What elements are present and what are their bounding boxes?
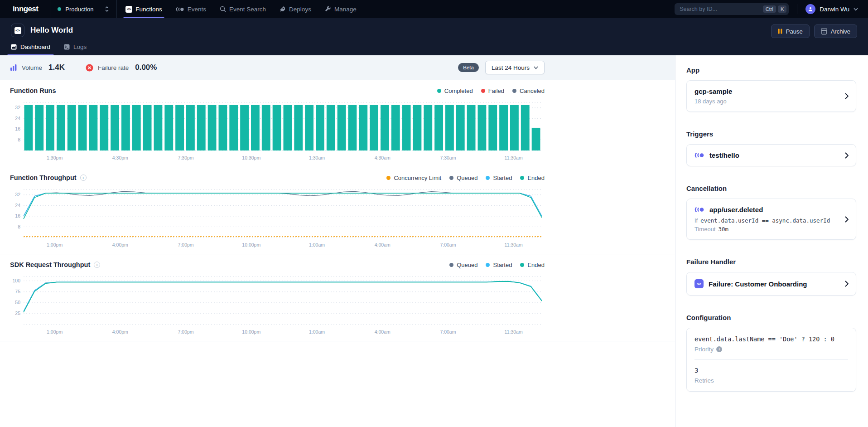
failure-rate-value: 0.00% (135, 63, 157, 72)
legend-label: Started (493, 262, 512, 268)
divider (694, 359, 848, 360)
environment-switcher[interactable]: Production (50, 0, 116, 18)
svg-text:11:30am: 11:30am (505, 155, 523, 160)
priority-expression: event.data.lastName == 'Doe' ? 120 : 0 (694, 335, 848, 343)
cancellation-section: Cancellation app/user.deleted If event.d… (686, 184, 856, 240)
cancellation-event-name: app/user.deleted (709, 206, 763, 214)
events-icon (176, 6, 184, 12)
failure-handler-card[interactable]: <> Failure: Customer Onboarding (686, 272, 856, 296)
cancellation-row: app/user.deleted (694, 206, 838, 214)
svg-text:32: 32 (15, 192, 20, 197)
function-title-row: <> Hello World (11, 24, 857, 37)
nav-tab-label: Deploys (289, 6, 311, 13)
legend-label: Started (493, 175, 512, 181)
function-tabs: Dashboard Logs (11, 44, 857, 55)
function-runs-section: Function Runs CompletedFailedCanceled 81… (0, 80, 675, 167)
failure-handler-row: <> Failure: Customer Onboarding (694, 279, 838, 288)
app-meta: 18 days ago (694, 98, 838, 105)
legend-dot (486, 176, 490, 180)
legend-dot (386, 176, 391, 180)
nav-tab-functions[interactable]: <> Functions (119, 0, 169, 18)
sdk-throughput-chart: 2550751001:00pm4:00pm7:00pm10:00pm1:00am… (10, 272, 545, 339)
svg-text:11:30am: 11:30am (505, 242, 523, 247)
stats-bar: Volume 1.4K Failure rate 0.00% Beta Last… (0, 55, 675, 80)
avatar (805, 4, 815, 14)
kbd-k: K (778, 5, 786, 13)
nav-tab-event-search[interactable]: Event Search (213, 0, 273, 18)
nav-tabs: <> Functions Events Event Search Deploys… (119, 0, 363, 18)
error-circle-icon (86, 64, 93, 72)
code-icon: <> (14, 27, 21, 34)
chevron-right-icon (845, 281, 849, 287)
svg-text:10:30pm: 10:30pm (242, 155, 260, 160)
priority-label: Priority (694, 346, 714, 353)
user-menu[interactable]: Darwin Wu (797, 4, 868, 14)
functions-icon: <> (125, 6, 132, 13)
legend-dot (449, 263, 453, 267)
failure-handler-heading: Failure Handler (686, 258, 856, 266)
app-card[interactable]: gcp-sample 18 days ago (686, 80, 856, 112)
wrench-icon (325, 6, 331, 12)
kbd-ctrl: Ctrl (763, 5, 776, 13)
failure-rate-label: Failure rate (98, 64, 129, 71)
tab-dashboard[interactable]: Dashboard (11, 44, 50, 55)
svg-text:7:30am: 7:30am (440, 155, 456, 160)
pause-button[interactable]: Pause (771, 24, 810, 38)
sdk-throughput-section: SDK Request Throughput i QueuedStartedEn… (0, 254, 675, 341)
failure-handler-name: Failure: Customer Onboarding (709, 280, 807, 288)
cancellation-card[interactable]: app/user.deleted If event.data.userId ==… (686, 199, 856, 240)
terminal-icon (64, 44, 70, 50)
info-icon[interactable]: i (716, 346, 722, 352)
legend-label: Concurrency Limit (394, 175, 441, 181)
trigger-card[interactable]: test/hello (686, 144, 856, 166)
section-head: Function Throughput i Concurrency LimitQ… (10, 174, 545, 181)
volume-value: 1.4K (48, 63, 65, 72)
svg-text:1:00am: 1:00am (309, 329, 325, 335)
legend-dot (520, 176, 524, 180)
tab-logs[interactable]: Logs (64, 44, 87, 55)
nav-tab-label: Events (188, 6, 206, 13)
svg-text:1:30pm: 1:30pm (47, 155, 63, 160)
svg-text:50: 50 (15, 300, 20, 305)
section-title: SDK Request Throughput (10, 261, 90, 268)
nav-tab-deploys[interactable]: Deploys (273, 0, 318, 18)
volume-label: Volume (22, 64, 42, 71)
nav-tab-events[interactable]: Events (169, 0, 213, 18)
failure-rate-stat: Failure rate 0.00% (86, 63, 157, 72)
global-search[interactable]: Ctrl K (675, 3, 789, 15)
app-section: App gcp-sample 18 days ago (686, 66, 856, 112)
retries-value: 3 (694, 367, 848, 374)
top-nav: inngest Production <> Functions Events E… (0, 0, 868, 18)
svg-text:4:00pm: 4:00pm (112, 329, 128, 335)
pause-icon (778, 29, 782, 34)
stats-bar-inner: Volume 1.4K Failure rate 0.00% Beta Last… (10, 61, 545, 74)
svg-text:7:00am: 7:00am (440, 329, 456, 335)
content: Volume 1.4K Failure rate 0.00% Beta Last… (0, 55, 868, 427)
svg-text:4:00pm: 4:00pm (112, 242, 128, 247)
time-range-value: Last 24 Hours (492, 64, 530, 71)
search-icon (220, 6, 226, 12)
svg-text:100: 100 (12, 278, 20, 283)
time-range-dropdown[interactable]: Last 24 Hours (485, 61, 545, 74)
nav-tab-manage[interactable]: Manage (318, 0, 363, 18)
page-title: Hello World (30, 26, 73, 35)
archive-button[interactable]: Archive (814, 24, 857, 38)
legend-dot (512, 89, 516, 93)
tab-label: Logs (73, 44, 87, 50)
section-head: Function Runs CompletedFailedCanceled (10, 87, 545, 94)
svg-text:8: 8 (18, 224, 20, 229)
app-heading: App (686, 66, 856, 74)
if-label: If (694, 217, 698, 224)
svg-text:4:00am: 4:00am (375, 242, 391, 247)
trigger-name: test/hello (709, 151, 739, 159)
environment-label: Production (65, 6, 101, 13)
legend-dot (486, 263, 490, 267)
chevron-right-icon (845, 152, 849, 159)
pause-label: Pause (786, 28, 803, 35)
svg-text:1:30am: 1:30am (309, 155, 325, 160)
svg-text:1:00pm: 1:00pm (47, 242, 63, 247)
search-input[interactable] (680, 6, 761, 12)
legend-dot (449, 176, 453, 180)
legend-item: Started (486, 262, 512, 268)
nav-tab-label: Manage (334, 6, 357, 13)
